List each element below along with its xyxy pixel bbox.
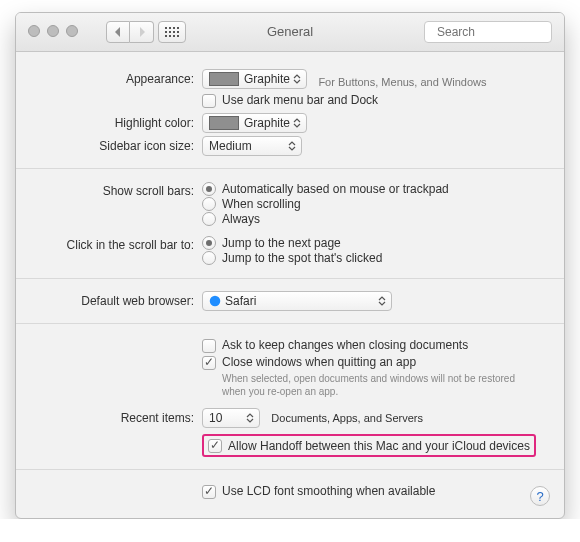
titlebar: General [16, 13, 564, 52]
appearance-select[interactable]: Graphite [202, 69, 307, 89]
close-windows-checkbox[interactable] [202, 356, 216, 370]
lcd-smoothing-checkbox[interactable] [202, 485, 216, 499]
grid-icon [165, 27, 179, 37]
divider [16, 469, 564, 470]
content-area: Appearance: Graphite For Buttons, Menus,… [16, 52, 564, 518]
recent-suffix: Documents, Apps, and Servers [271, 412, 423, 424]
search-input[interactable] [435, 24, 565, 40]
scrollclick-label: Click in the scroll bar to: [34, 235, 202, 252]
scrollbars-scrolling-radio[interactable] [202, 197, 216, 211]
handoff-highlight: Allow Handoff between this Mac and your … [202, 434, 536, 457]
scrollbars-always-radio[interactable] [202, 212, 216, 226]
divider [16, 278, 564, 279]
svg-point-2 [210, 296, 221, 307]
appearance-hint: For Buttons, Menus, and Windows [318, 76, 486, 88]
search-field[interactable] [424, 21, 552, 43]
recent-label: Recent items: [34, 408, 202, 425]
updown-icon [290, 118, 304, 128]
scrollclick-next-radio[interactable] [202, 236, 216, 250]
recent-items-select[interactable]: 10 [202, 408, 260, 428]
nav-buttons [106, 21, 154, 43]
sidebar-size-select[interactable]: Medium [202, 136, 302, 156]
close-windows-note: When selected, open documents and window… [222, 372, 532, 398]
dark-mode-checkbox[interactable] [202, 94, 216, 108]
handoff-checkbox[interactable] [208, 439, 222, 453]
safari-icon [209, 295, 221, 307]
dark-mode-label: Use dark menu bar and Dock [222, 93, 378, 107]
scrollclick-spot-radio[interactable] [202, 251, 216, 265]
minimize-window-button[interactable] [47, 25, 59, 37]
close-window-button[interactable] [28, 25, 40, 37]
highlight-value: Graphite [244, 116, 290, 130]
lcd-smoothing-label: Use LCD font smoothing when available [222, 484, 435, 498]
browser-value: Safari [225, 294, 375, 308]
graphite-swatch-icon [209, 116, 239, 130]
close-windows-label: Close windows when quitting an app [222, 355, 416, 369]
browser-label: Default web browser: [34, 291, 202, 308]
scrollclick-option-0: Jump to the next page [222, 236, 341, 250]
divider [16, 323, 564, 324]
show-all-button[interactable] [158, 21, 186, 43]
divider [16, 168, 564, 169]
appearance-value: Graphite [244, 72, 290, 86]
help-button[interactable]: ? [530, 486, 550, 506]
scrollbars-option-2: Always [222, 212, 260, 226]
highlight-label: Highlight color: [34, 113, 202, 130]
scrollbars-option-1: When scrolling [222, 197, 301, 211]
sidebar-value: Medium [209, 139, 285, 153]
ask-changes-label: Ask to keep changes when closing documen… [222, 338, 468, 352]
updown-icon [290, 74, 304, 84]
updown-icon [375, 296, 389, 306]
appearance-label: Appearance: [34, 69, 202, 86]
scrollclick-option-1: Jump to the spot that's clicked [222, 251, 382, 265]
updown-icon [285, 141, 299, 151]
back-button[interactable] [106, 21, 130, 43]
updown-icon [243, 413, 257, 423]
handoff-label: Allow Handoff between this Mac and your … [228, 439, 530, 453]
window-controls [28, 25, 78, 37]
highlight-select[interactable]: Graphite [202, 113, 307, 133]
forward-button[interactable] [130, 21, 154, 43]
ask-changes-checkbox[interactable] [202, 339, 216, 353]
scrollbars-auto-radio[interactable] [202, 182, 216, 196]
help-icon: ? [536, 489, 543, 504]
scrollbars-option-0: Automatically based on mouse or trackpad [222, 182, 449, 196]
sidebar-label: Sidebar icon size: [34, 136, 202, 153]
browser-select[interactable]: Safari [202, 291, 392, 311]
general-prefs-window: General Appearance: Graphite For Buttons… [15, 12, 565, 519]
recent-value: 10 [209, 411, 243, 425]
scrollbars-label: Show scroll bars: [34, 181, 202, 198]
zoom-window-button[interactable] [66, 25, 78, 37]
graphite-swatch-icon [209, 72, 239, 86]
